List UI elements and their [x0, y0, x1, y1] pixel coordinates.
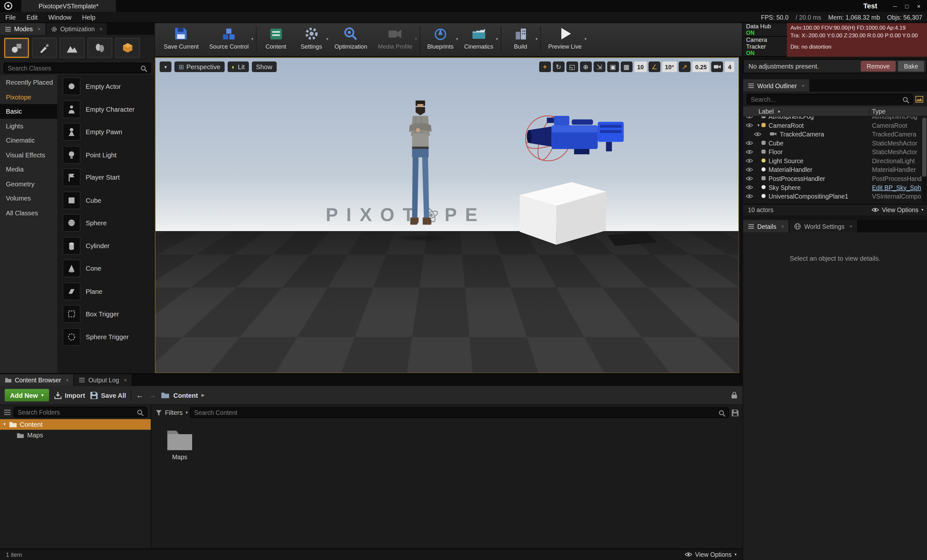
- scale-snap-value[interactable]: 0.25: [692, 61, 710, 72]
- breadcrumb-label[interactable]: Content: [173, 392, 198, 399]
- add-new-button[interactable]: Add New▾: [5, 389, 49, 402]
- visibility-eye-icon[interactable]: [745, 176, 753, 181]
- category-basic[interactable]: Basic: [0, 104, 57, 118]
- save-search-icon[interactable]: [731, 409, 739, 416]
- outliner-row[interactable]: TrackedCameraTrackedCamera: [743, 129, 927, 138]
- preview-live-button[interactable]: Preview Live▼: [543, 23, 587, 56]
- visibility-eye-icon[interactable]: [745, 194, 753, 199]
- outliner-row[interactable]: CubeStaticMeshActor: [743, 138, 927, 147]
- type-column-header[interactable]: Type: [872, 108, 886, 115]
- visibility-eye-icon[interactable]: [745, 140, 753, 145]
- category-recently-placed[interactable]: Recently Placed: [0, 75, 57, 90]
- rotation-snapping-button[interactable]: ∠: [649, 61, 661, 72]
- outliner-row[interactable]: FloorStaticMeshActor: [743, 147, 927, 156]
- close-icon[interactable]: ×: [99, 26, 103, 32]
- tree-folder-maps[interactable]: Maps: [0, 429, 150, 440]
- visibility-eye-icon[interactable]: [745, 167, 753, 172]
- category-geometry[interactable]: Geometry: [0, 176, 57, 191]
- tab-content-browser[interactable]: Content Browser ×: [0, 374, 74, 386]
- visibility-eye-icon[interactable]: [745, 117, 753, 118]
- mode-paint-button[interactable]: [32, 38, 57, 58]
- item-empty-pawn[interactable]: Empty Pawn: [57, 121, 154, 144]
- outliner-scrollbar[interactable]: [922, 118, 926, 203]
- chevron-down-icon[interactable]: ▼: [495, 37, 498, 41]
- rotation-snap-value[interactable]: 10°: [662, 61, 677, 72]
- talent-figure[interactable]: [404, 99, 437, 239]
- chevron-down-icon[interactable]: ▼: [535, 37, 538, 41]
- source-control-button[interactable]: Source Control▼: [204, 23, 254, 56]
- menu-help[interactable]: Help: [77, 14, 101, 21]
- chevron-down-icon[interactable]: ▼: [325, 37, 329, 41]
- item-sphere-trigger[interactable]: Sphere Trigger: [57, 325, 154, 348]
- tab-world-outliner[interactable]: World Outliner ×: [743, 79, 810, 92]
- show-button[interactable]: Show: [252, 61, 276, 72]
- import-button[interactable]: Import: [53, 391, 85, 399]
- chevron-down-icon[interactable]: ▼: [584, 37, 587, 41]
- scrollbar-thumb[interactable]: [922, 118, 926, 177]
- category-all-classes[interactable]: All Classes: [0, 205, 57, 220]
- outliner-column-header[interactable]: Label ▲ Type: [743, 106, 927, 117]
- visibility-eye-icon[interactable]: [754, 132, 761, 137]
- world-coordinate-button[interactable]: ⊕: [580, 61, 592, 72]
- bake-button[interactable]: Bake: [898, 61, 924, 71]
- item-box-trigger[interactable]: Box Trigger: [57, 302, 154, 325]
- optimization-button[interactable]: Optimization: [329, 23, 372, 56]
- app-tab[interactable]: PixotopeVSTemplate*: [21, 0, 116, 12]
- outliner-row[interactable]: Light SourceDirectionalLight: [743, 156, 927, 165]
- tab-optimization[interactable]: Optimization ×: [46, 23, 108, 35]
- blueprints-button[interactable]: Blueprints▼: [422, 23, 459, 56]
- content-view-options[interactable]: View Options▾: [685, 551, 737, 558]
- viewport-options-button[interactable]: ▼: [160, 61, 172, 72]
- lit-button[interactable]: ◐Lit: [228, 61, 249, 72]
- filters-button[interactable]: Filters▾: [155, 409, 188, 416]
- outliner-row[interactable]: Sky SphereEdit BP_Sky_Sph: [743, 183, 927, 192]
- chevron-down-icon[interactable]: ▼: [251, 37, 254, 41]
- cinematics-button[interactable]: Cinematics▼: [459, 23, 498, 56]
- close-button[interactable]: ×: [913, 3, 925, 9]
- asset-tile-maps[interactable]: Maps: [160, 426, 199, 461]
- outliner-view-options[interactable]: View Options▾: [871, 206, 927, 213]
- category-visual-effects[interactable]: Visual Effects: [0, 147, 57, 162]
- menu-window[interactable]: Window: [43, 14, 77, 21]
- mode-foliage-button[interactable]: [88, 38, 112, 58]
- tracked-camera-model[interactable]: [517, 109, 635, 168]
- search-content-input[interactable]: [190, 407, 729, 418]
- white-cube-prop[interactable]: [517, 180, 609, 246]
- build-button[interactable]: Build▼: [503, 23, 538, 56]
- expander-icon[interactable]: ▾: [3, 422, 6, 427]
- item-cylinder[interactable]: Cylinder: [57, 234, 154, 257]
- category-media[interactable]: Media: [0, 162, 57, 176]
- outliner-row[interactable]: PostProcessHandlerPostProcessHand: [743, 174, 927, 183]
- close-icon[interactable]: ×: [801, 82, 805, 88]
- remove-button[interactable]: Remove: [861, 61, 896, 71]
- expander-icon[interactable]: ▼: [755, 123, 761, 127]
- sources-toggle-icon[interactable]: [3, 409, 11, 415]
- viewport-3d[interactable]: PIXOT PE: [155, 57, 739, 373]
- maximize-viewport-button[interactable]: ⇲: [594, 61, 605, 72]
- grid-snapping-button[interactable]: ▦: [621, 61, 632, 72]
- save-current-button[interactable]: Save Current: [158, 23, 204, 56]
- item-point-light[interactable]: Point Light: [57, 143, 154, 166]
- visibility-eye-icon[interactable]: [745, 158, 753, 163]
- close-icon[interactable]: ×: [849, 223, 853, 229]
- back-button[interactable]: ←: [136, 391, 144, 400]
- menu-edit[interactable]: Edit: [21, 14, 43, 21]
- rotate-tool-button[interactable]: ↻: [553, 61, 565, 72]
- breadcrumb[interactable]: Content ▶: [161, 391, 205, 400]
- search-classes-input[interactable]: [3, 63, 150, 73]
- tab-modes[interactable]: Modes ×: [0, 23, 46, 35]
- grid-snap-value[interactable]: 10: [634, 61, 647, 72]
- close-icon[interactable]: ×: [124, 377, 127, 383]
- tab-output-log[interactable]: Output Log ×: [74, 374, 132, 386]
- content-button[interactable]: Content: [258, 23, 293, 56]
- item-plane[interactable]: Plane: [57, 280, 154, 303]
- surface-snapping-button[interactable]: ▣: [607, 61, 619, 72]
- column-divider[interactable]: [869, 108, 870, 115]
- tab-world-settings[interactable]: World Settings ×: [790, 220, 858, 232]
- search-folders-input[interactable]: [14, 407, 147, 417]
- visibility-eye-icon[interactable]: [745, 123, 753, 127]
- maximize-button[interactable]: □: [901, 3, 913, 9]
- close-icon[interactable]: ×: [66, 377, 69, 383]
- settings-button[interactable]: Settings▼: [293, 23, 329, 56]
- item-player-start[interactable]: Player Start: [57, 166, 154, 189]
